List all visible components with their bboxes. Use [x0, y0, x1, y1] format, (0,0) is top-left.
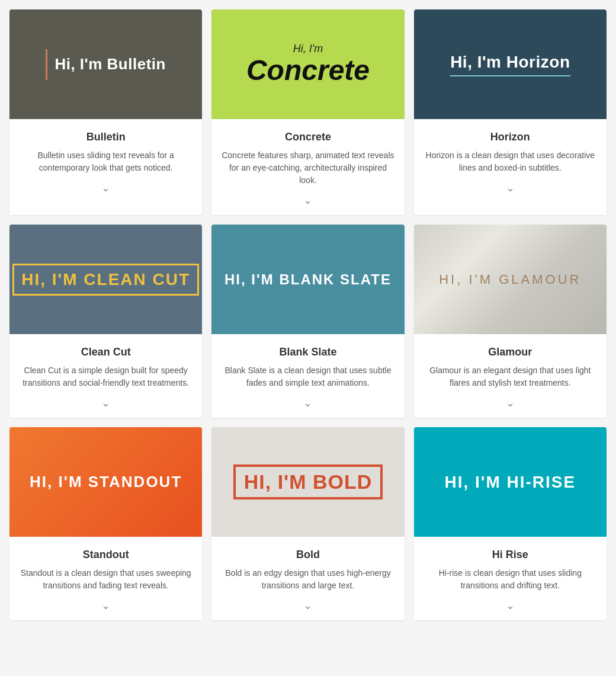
preview-text-blankslate: HI, I'M BLANK SLATE [224, 271, 392, 288]
chevron-concrete[interactable]: ⌄ [221, 194, 394, 207]
card-blankslate[interactable]: HI, I'M BLANK SLATE Blank Slate Blank Sl… [211, 225, 404, 418]
card-desc-blankslate: Blank Slate is a clean design that uses … [221, 364, 394, 389]
card-desc-cleancut: Clean Cut is a simple design built for s… [19, 364, 192, 389]
preview-cleancut: HI, I'M CLEAN CUT [9, 225, 202, 334]
card-glamour[interactable]: HI, I'M GLAMOUR Glamour Glamour is an el… [414, 225, 607, 418]
theme-grid: Hi, I'm Bulletin Bulletin Bulletin uses … [9, 9, 607, 620]
chevron-standout[interactable]: ⌄ [19, 599, 192, 612]
card-title-horizon: Horizon [424, 131, 597, 143]
chevron-hirise[interactable]: ⌄ [424, 599, 597, 612]
preview-standout: HI, I'M STANDOUT [9, 427, 202, 537]
card-body-glamour: Glamour Glamour is an elegant design tha… [414, 334, 607, 418]
card-body-cleancut: Clean Cut Clean Cut is a simple design b… [9, 334, 202, 418]
chevron-bulletin[interactable]: ⌄ [19, 181, 192, 194]
chevron-blankslate[interactable]: ⌄ [221, 396, 394, 409]
card-body-standout: Standout Standout is a clean design that… [9, 537, 202, 620]
chevron-cleancut[interactable]: ⌄ [19, 396, 192, 409]
preview-horizon: Hi, I'm Horizon [414, 9, 607, 119]
card-concrete[interactable]: Hi, I'm Concrete Concrete Concrete featu… [211, 9, 404, 215]
card-bulletin[interactable]: Hi, I'm Bulletin Bulletin Bulletin uses … [9, 9, 202, 215]
card-body-bulletin: Bulletin Bulletin uses sliding text reve… [9, 119, 202, 203]
preview-text-cleancut: HI, I'M CLEAN CUT [12, 264, 199, 296]
preview-bulletin: Hi, I'm Bulletin [9, 9, 202, 119]
card-hirise[interactable]: HI, I'M HI-RISE Hi Rise Hi-rise is clean… [414, 427, 607, 620]
card-desc-bulletin: Bulletin uses sliding text reveals for a… [19, 149, 192, 174]
card-desc-glamour: Glamour is an elegant design that uses l… [424, 364, 597, 389]
preview-text-hirise: HI, I'M HI-RISE [444, 473, 576, 492]
chevron-bold[interactable]: ⌄ [221, 599, 394, 612]
preview-hirise: HI, I'M HI-RISE [414, 427, 607, 537]
bulletin-bar [46, 49, 47, 80]
card-standout[interactable]: HI, I'M STANDOUT Standout Standout is a … [9, 427, 202, 620]
preview-text-horizon: Hi, I'm Horizon [450, 53, 570, 76]
card-title-standout: Standout [19, 549, 192, 561]
card-desc-concrete: Concrete features sharp, animated text r… [221, 149, 394, 187]
card-body-blankslate: Blank Slate Blank Slate is a clean desig… [211, 334, 404, 418]
card-title-cleancut: Clean Cut [19, 346, 192, 358]
card-title-blankslate: Blank Slate [221, 346, 394, 358]
chevron-glamour[interactable]: ⌄ [424, 396, 597, 409]
card-bold[interactable]: HI, I'M BOLD Bold Bold is an edgy design… [211, 427, 404, 620]
card-title-bold: Bold [221, 549, 394, 561]
card-cleancut[interactable]: HI, I'M CLEAN CUT Clean Cut Clean Cut is… [9, 225, 202, 418]
card-title-hirise: Hi Rise [424, 549, 597, 561]
card-desc-standout: Standout is a clean design that uses swe… [19, 567, 192, 592]
card-desc-hirise: Hi-rise is clean design that uses slidin… [424, 567, 597, 592]
chevron-horizon[interactable]: ⌄ [424, 181, 597, 194]
preview-text-bold: HI, I'M BOLD [233, 464, 383, 499]
preview-large-concrete: Concrete [246, 55, 370, 86]
preview-bold: HI, I'M BOLD [211, 427, 404, 537]
preview-small-concrete: Hi, I'm [246, 43, 370, 55]
card-horizon[interactable]: Hi, I'm Horizon Horizon Horizon is a cle… [414, 9, 607, 215]
card-body-hirise: Hi Rise Hi-rise is clean design that use… [414, 537, 607, 620]
card-body-horizon: Horizon Horizon is a clean design that u… [414, 119, 607, 203]
preview-text-glamour: HI, I'M GLAMOUR [439, 272, 581, 287]
preview-text-standout: HI, I'M STANDOUT [30, 473, 182, 491]
preview-text-bulletin: Hi, I'm Bulletin [54, 55, 166, 73]
card-body-bold: Bold Bold is an edgy design that uses hi… [211, 537, 404, 620]
card-title-bulletin: Bulletin [19, 131, 192, 143]
card-title-concrete: Concrete [221, 131, 394, 143]
card-body-concrete: Concrete Concrete features sharp, animat… [211, 119, 404, 215]
preview-blankslate: HI, I'M BLANK SLATE [211, 225, 404, 334]
card-title-glamour: Glamour [424, 346, 597, 358]
preview-concrete: Hi, I'm Concrete [211, 9, 404, 119]
card-desc-bold: Bold is an edgy design that uses high-en… [221, 567, 394, 592]
card-desc-horizon: Horizon is a clean design that uses deco… [424, 149, 597, 174]
preview-glamour: HI, I'M GLAMOUR [414, 225, 607, 334]
